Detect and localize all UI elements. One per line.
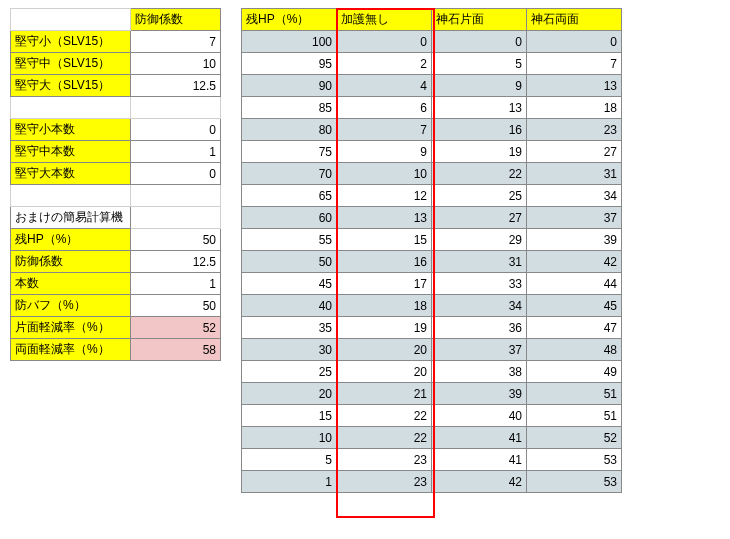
table-row: 10224152 [242,427,622,449]
hp-cell: 85 [242,97,337,119]
none-cell: 15 [337,229,432,251]
hp-cell: 50 [242,251,337,273]
both-cell: 39 [527,229,622,251]
row-label: 片面軽減率（%） [11,317,131,339]
row-label: 堅守大本数 [11,163,131,185]
one-cell: 38 [432,361,527,383]
one-cell: 5 [432,53,527,75]
row-value[interactable]: 10 [131,53,221,75]
hp-cell: 15 [242,405,337,427]
row-value[interactable]: 50 [131,295,221,317]
table-row: 65122534 [242,185,622,207]
col-header-none: 加護無し [337,9,432,31]
none-cell: 23 [337,471,432,493]
one-cell: 31 [432,251,527,273]
row-value[interactable]: 12.5 [131,75,221,97]
both-cell: 48 [527,339,622,361]
hp-cell: 10 [242,427,337,449]
hp-cell: 60 [242,207,337,229]
hp-cell: 45 [242,273,337,295]
both-cell: 42 [527,251,622,273]
both-cell: 31 [527,163,622,185]
row-label: 堅守小（SLV15） [11,31,131,53]
hp-cell: 1 [242,471,337,493]
col-header-hp: 残HP（%） [242,9,337,31]
one-cell: 27 [432,207,527,229]
row-value[interactable]: 7 [131,31,221,53]
table-row: 8561318 [242,97,622,119]
none-cell: 20 [337,361,432,383]
hp-cell: 95 [242,53,337,75]
one-cell: 19 [432,141,527,163]
both-cell: 53 [527,449,622,471]
both-cell: 53 [527,471,622,493]
one-cell: 25 [432,185,527,207]
none-cell: 16 [337,251,432,273]
one-cell: 22 [432,163,527,185]
table-row: 7591927 [242,141,622,163]
row-value[interactable]: 0 [131,163,221,185]
one-cell: 16 [432,119,527,141]
none-cell: 10 [337,163,432,185]
none-cell: 21 [337,383,432,405]
both-cell: 13 [527,75,622,97]
none-cell: 18 [337,295,432,317]
defense-coef-header: 防御係数 [131,9,221,31]
col-header-one: 神石片面 [432,9,527,31]
none-cell: 7 [337,119,432,141]
one-cell: 33 [432,273,527,295]
left-parameter-table: 防御係数 堅守小（SLV15） 7 堅守中（SLV15） 10 堅守大（SLV1… [10,8,221,361]
table-row: 100000 [242,31,622,53]
row-value[interactable]: 1 [131,141,221,163]
row-value: 58 [131,339,221,361]
table-row: 1234253 [242,471,622,493]
none-cell: 17 [337,273,432,295]
row-value[interactable]: 50 [131,229,221,251]
row-label: 堅守小本数 [11,119,131,141]
one-cell: 41 [432,449,527,471]
hp-cell: 80 [242,119,337,141]
both-cell: 44 [527,273,622,295]
one-cell: 34 [432,295,527,317]
both-cell: 49 [527,361,622,383]
both-cell: 51 [527,405,622,427]
row-value[interactable]: 1 [131,273,221,295]
hp-cell: 55 [242,229,337,251]
row-label: 本数 [11,273,131,295]
row-value[interactable]: 12.5 [131,251,221,273]
table-row: 20213951 [242,383,622,405]
hp-cell: 25 [242,361,337,383]
one-cell: 29 [432,229,527,251]
both-cell: 52 [527,427,622,449]
both-cell: 27 [527,141,622,163]
row-label: 堅守中（SLV15） [11,53,131,75]
table-row: 50163142 [242,251,622,273]
one-cell: 40 [432,405,527,427]
table-row: 5234153 [242,449,622,471]
hp-cell: 65 [242,185,337,207]
hp-cell: 90 [242,75,337,97]
table-row: 95257 [242,53,622,75]
blank-cell [11,9,131,31]
one-cell: 36 [432,317,527,339]
table-row: 8071623 [242,119,622,141]
hp-cell: 100 [242,31,337,53]
one-cell: 37 [432,339,527,361]
both-cell: 18 [527,97,622,119]
none-cell: 2 [337,53,432,75]
table-row: 60132737 [242,207,622,229]
both-cell: 47 [527,317,622,339]
none-cell: 22 [337,427,432,449]
row-label: 堅守大（SLV15） [11,75,131,97]
hp-cell: 70 [242,163,337,185]
col-header-both: 神石両面 [527,9,622,31]
both-cell: 34 [527,185,622,207]
row-value[interactable]: 0 [131,119,221,141]
hp-cell: 5 [242,449,337,471]
row-label: 堅守中本数 [11,141,131,163]
table-row: 35193647 [242,317,622,339]
calc-title: おまけの簡易計算機 [11,207,131,229]
hp-cell: 40 [242,295,337,317]
one-cell: 0 [432,31,527,53]
row-label: 両面軽減率（%） [11,339,131,361]
